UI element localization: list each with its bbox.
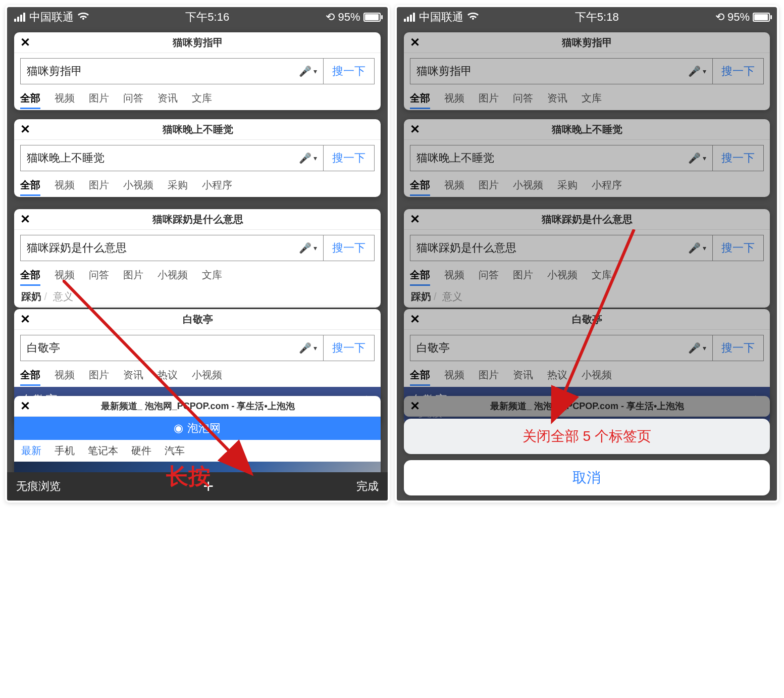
filter-tab[interactable]: 小视频 [513,178,543,192]
filter-tab[interactable]: 图片 [513,268,533,282]
filter-tab[interactable]: 小视频 [123,178,153,192]
filter-tab[interactable]: 全部 [20,268,40,282]
filter-tab[interactable]: 文库 [202,268,222,282]
nav-item[interactable]: 笔记本 [88,444,118,458]
search-button[interactable]: 搜一下 [712,335,763,361]
filter-tab[interactable]: 全部 [20,178,40,192]
filter-tab[interactable]: 视频 [55,178,75,192]
close-icon[interactable]: ✕ [20,212,30,226]
filter-tab[interactable]: 视频 [444,368,464,382]
filter-tab[interactable]: 小程序 [202,178,232,192]
filter-tab[interactable]: 问答 [89,268,109,282]
nav-item[interactable]: 硬件 [131,444,151,458]
mic-icon[interactable]: 🎤 [688,152,706,164]
filter-tab[interactable]: 文库 [592,268,612,282]
filter-tab[interactable]: 问答 [513,91,533,105]
filter-tab[interactable]: 全部 [410,178,430,192]
private-browse-button[interactable]: 无痕浏览 [16,479,61,494]
new-tab-button[interactable]: + [203,476,214,497]
close-icon[interactable]: ✕ [20,399,30,413]
mic-icon[interactable]: 🎤 [688,342,706,354]
filter-tab[interactable]: 小程序 [592,178,622,192]
cancel-button[interactable]: 取消 [404,460,770,495]
filter-tab[interactable]: 采购 [557,178,578,192]
filter-tab[interactable]: 资讯 [547,91,567,105]
search-bar[interactable]: 猫咪踩奶是什么意思🎤搜一下 [410,235,764,261]
close-icon[interactable]: ✕ [20,122,30,136]
filter-tab[interactable]: 文库 [192,91,212,105]
search-button[interactable]: 搜一下 [712,59,763,84]
filter-tab[interactable]: 视频 [55,368,75,382]
tab-card[interactable]: ✕ 猫咪剪指甲 猫咪剪指甲🎤 搜一下 全部 视频 图片 问答 资讯 文库 [14,32,381,110]
search-button[interactable]: 搜一下 [323,145,374,171]
mic-icon[interactable]: 🎤 [299,152,317,164]
filter-tab[interactable]: 小视频 [547,268,578,282]
search-bar[interactable]: 猫咪剪指甲🎤搜一下 [410,58,764,84]
filter-tab[interactable]: 图片 [479,91,499,105]
mic-icon[interactable]: 🎤 [299,242,317,254]
filter-tab[interactable]: 视频 [55,91,75,105]
close-icon[interactable]: ✕ [410,212,420,226]
filter-tab[interactable]: 视频 [55,268,75,282]
mic-icon[interactable]: 🎤 [299,342,317,354]
filter-tab[interactable]: 全部 [410,368,430,382]
filter-tab[interactable]: 问答 [123,91,143,105]
search-bar[interactable]: 猫咪踩奶是什么意思🎤 搜一下 [20,235,375,261]
filter-tab[interactable]: 小视频 [158,268,188,282]
mic-icon[interactable]: 🎤 [688,242,706,254]
filter-tab[interactable]: 图片 [89,91,109,105]
filter-tab[interactable]: 热议 [547,368,567,382]
filter-tab[interactable]: 采购 [168,178,188,192]
nav-item[interactable]: 汽车 [165,444,185,458]
done-button[interactable]: 完成 [356,479,379,494]
tab-card[interactable]: ✕ 猫咪踩奶是什么意思 猫咪踩奶是什么意思🎤 搜一下 全部 视频 问答 图片 小… [14,209,381,308]
filter-tab[interactable]: 资讯 [513,368,533,382]
search-button[interactable]: 搜一下 [712,235,763,261]
filter-tab[interactable]: 小视频 [192,368,222,382]
filter-tab[interactable]: 全部 [20,91,40,105]
filter-tab[interactable]: 图片 [479,368,499,382]
filter-tab[interactable]: 视频 [444,178,464,192]
search-bar[interactable]: 猫咪剪指甲🎤 搜一下 [20,58,375,84]
tab-card[interactable]: ✕猫咪剪指甲 猫咪剪指甲🎤搜一下 全部视频图片问答资讯文库 [404,32,770,110]
search-button[interactable]: 搜一下 [323,235,374,261]
filter-tab[interactable]: 图片 [89,368,109,382]
close-icon[interactable]: ✕ [410,399,420,413]
crumb-term: 踩奶 [411,291,431,302]
tab-card[interactable]: ✕猫咪晚上不睡觉 猫咪晚上不睡觉🎤搜一下 全部视频图片小视频采购小程序 [404,119,770,197]
nav-item[interactable]: 最新 [21,444,41,458]
filter-tab[interactable]: 全部 [20,368,40,382]
search-button[interactable]: 搜一下 [712,145,763,171]
filter-tab[interactable]: 全部 [410,268,430,282]
mic-icon[interactable]: 🎤 [688,65,706,77]
site-header: ◉ 泡泡网 [14,417,381,440]
filter-tab[interactable]: 小视频 [582,368,612,382]
search-bar[interactable]: 白敬亭🎤 搜一下 [20,335,375,361]
mic-icon[interactable]: 🎤 [299,65,317,77]
filter-tab[interactable]: 视频 [444,268,464,282]
filter-tab[interactable]: 资讯 [158,91,178,105]
filter-tab[interactable]: 问答 [479,268,499,282]
search-button[interactable]: 搜一下 [323,335,374,361]
filter-tab[interactable]: 热议 [158,368,178,382]
filter-tab[interactable]: 图片 [479,178,499,192]
search-bar[interactable]: 猫咪晚上不睡觉🎤 搜一下 [20,145,375,171]
close-icon[interactable]: ✕ [410,312,420,326]
filter-tab[interactable]: 视频 [444,91,464,105]
close-icon[interactable]: ✕ [20,312,30,326]
close-all-tabs-button[interactable]: 关闭全部 5 个标签页 [404,419,770,454]
close-icon[interactable]: ✕ [20,35,30,49]
filter-tab[interactable]: 资讯 [123,368,143,382]
close-icon[interactable]: ✕ [410,35,420,49]
filter-tab[interactable]: 全部 [410,91,430,105]
tab-card[interactable]: ✕猫咪踩奶是什么意思 猫咪踩奶是什么意思🎤搜一下 全部视频问答图片小视频文库 踩… [404,209,770,308]
close-icon[interactable]: ✕ [410,122,420,136]
search-button[interactable]: 搜一下 [323,59,374,84]
tab-card[interactable]: ✕ 猫咪晚上不睡觉 猫咪晚上不睡觉🎤 搜一下 全部 视频 图片 小视频 采购 小… [14,119,381,197]
filter-tab[interactable]: 文库 [582,91,602,105]
search-bar[interactable]: 猫咪晚上不睡觉🎤搜一下 [410,145,764,171]
filter-tab[interactable]: 图片 [123,268,143,282]
search-bar[interactable]: 白敬亭🎤搜一下 [410,335,764,361]
nav-item[interactable]: 手机 [55,444,75,458]
filter-tab[interactable]: 图片 [89,178,109,192]
